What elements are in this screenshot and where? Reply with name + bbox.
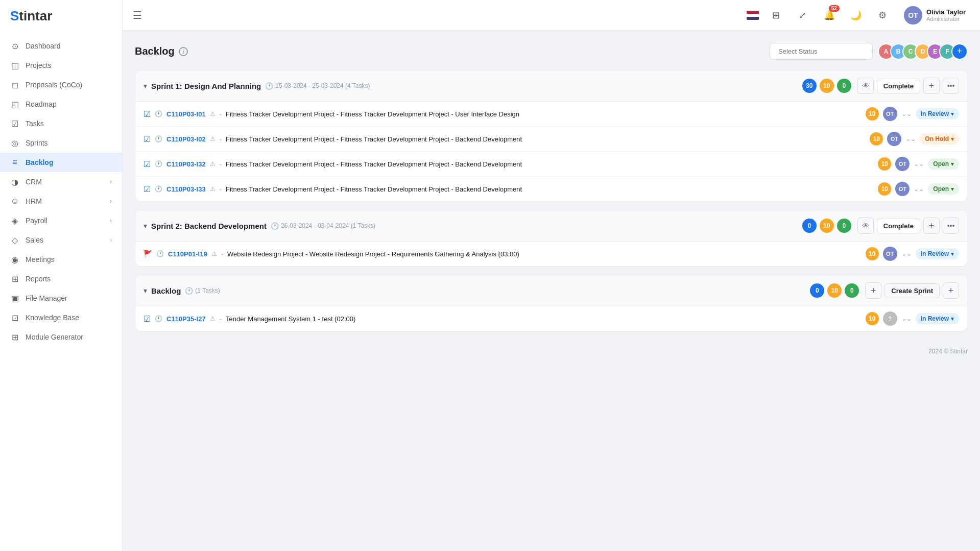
nav-label-tasks: Tasks [26, 119, 44, 128]
task-check-icon[interactable]: ☑ [144, 184, 151, 194]
sprint-eye-button-sprint1[interactable]: 👁 [857, 78, 874, 94]
sprint-complete-button-sprint1[interactable]: Complete [877, 79, 920, 93]
sidebar-item-tasks[interactable]: ☑ Tasks [0, 114, 122, 133]
topbar: ☰ ⊞ ⤢ 🔔 52 🌙 ⚙ OT Olivia Tayl [123, 0, 980, 31]
sidebar-item-roadmap[interactable]: ◱ Roadmap [0, 94, 122, 114]
task-status-badge[interactable]: In Review ▾ [916, 108, 959, 119]
sidebar-item-crm[interactable]: ◑ CRM › [0, 172, 122, 191]
task-chevron-icon[interactable]: ⌄⌄ [901, 315, 912, 322]
backlog-plus-button[interactable]: + [865, 282, 881, 299]
nav-icon-dashboard: ⊙ [10, 41, 19, 51]
apps-icon-button[interactable]: ⊞ [767, 6, 785, 25]
task-warning-icon: ⚠ [210, 160, 216, 167]
moon-icon: 🌙 [850, 10, 862, 21]
nav-label-sales: Sales [26, 236, 43, 244]
menu-toggle-icon[interactable]: ☰ [133, 9, 142, 21]
task-type-icon: 🕐 [155, 160, 162, 167]
task-id-link[interactable]: C110P03-I32 [166, 160, 206, 168]
task-separator: - [221, 250, 223, 258]
nav-label-projects: Projects [26, 61, 52, 69]
nav-icon-file-manager: ▣ [10, 294, 19, 303]
task-points: 10 [866, 107, 879, 121]
task-avatar[interactable]: OT [883, 247, 897, 261]
sidebar-item-sprints[interactable]: ◎ Sprints [0, 133, 122, 153]
sidebar-item-payroll[interactable]: ◈ Payroll › [0, 211, 122, 230]
sidebar-item-module-generator[interactable]: ⊞ Module Generator [0, 327, 122, 347]
task-avatar[interactable]: ? [883, 312, 897, 326]
task-points: 10 [866, 247, 879, 260]
task-right-area: 10 ? ⌄⌄ In Review ▾ [866, 312, 959, 326]
sidebar-item-projects[interactable]: ◫ Projects [0, 56, 122, 75]
nav-label-dashboard: Dashboard [26, 42, 61, 50]
nav-icon-sales: ◇ [10, 235, 19, 245]
task-points: 10 [870, 132, 883, 146]
task-avatar[interactable]: OT [883, 107, 897, 121]
task-id-link[interactable]: C110P03-I33 [166, 185, 206, 193]
task-type-icon: 🕐 [155, 315, 162, 322]
sprint-collapse-sprint2[interactable]: ▾ [144, 222, 147, 230]
sidebar-item-backlog[interactable]: ≡ Backlog [0, 153, 122, 172]
sidebar: Stintar ⊙ Dashboard ◫ Projects ◻ Proposa… [0, 0, 123, 551]
task-check-icon[interactable]: ☑ [144, 314, 151, 324]
fullscreen-icon-button[interactable]: ⤢ [794, 6, 812, 25]
task-chevron-icon[interactable]: ⌄⌄ [914, 160, 924, 167]
task-avatar[interactable]: OT [895, 182, 910, 196]
sprint-badges-sprint2: 0 10 0 [802, 219, 851, 233]
task-status-badge[interactable]: On Hold ▾ [920, 133, 959, 145]
sprint-eye-button-sprint2[interactable]: 👁 [857, 218, 874, 234]
sidebar-item-sales[interactable]: ◇ Sales › [0, 230, 122, 250]
task-id-link[interactable]: C110P03-I01 [166, 110, 206, 118]
task-id-link[interactable]: C110P35-I27 [166, 315, 206, 323]
sidebar-item-reports[interactable]: ⊞ Reports [0, 269, 122, 289]
task-chevron-icon[interactable]: ⌄⌄ [901, 250, 912, 257]
add-member-button[interactable]: + [951, 43, 968, 60]
sprint-more-button-sprint1[interactable]: ••• [943, 78, 959, 94]
sprint-collapse-sprint1[interactable]: ▾ [144, 82, 147, 90]
task-id-link[interactable]: C110P03-I02 [166, 135, 206, 143]
sprint-date-sprint1: 🕐 15-03-2024 - 25-03-2024 (4 Tasks) [265, 82, 370, 90]
task-check-icon[interactable]: ☑ [144, 109, 151, 119]
task-chevron-icon[interactable]: ⌄⌄ [914, 185, 924, 193]
task-avatar[interactable]: OT [895, 157, 910, 171]
sprints-container: ▾ Sprint 1: Design And Planning 🕐 15-03-… [135, 70, 968, 331]
theme-toggle-button[interactable]: 🌙 [847, 6, 865, 25]
notifications-icon-button[interactable]: 🔔 52 [820, 6, 839, 25]
nav-label-knowledge-base: Knowledge Base [26, 314, 79, 322]
backlog-add-button[interactable]: + [943, 282, 959, 299]
language-flag[interactable] [747, 11, 759, 20]
sprint-plus-button-sprint2[interactable]: + [923, 218, 940, 234]
task-check-icon[interactable]: ☑ [144, 159, 151, 169]
task-status-badge[interactable]: In Review ▾ [916, 313, 959, 324]
table-row: ☑ 🕐 C110P03-I33 ⚠ - Fitness Tracker Deve… [135, 177, 967, 201]
task-check-icon[interactable]: ☑ [144, 134, 151, 144]
sprint-more-button-sprint2[interactable]: ••• [943, 218, 959, 234]
status-dropdown-arrow: ▾ [951, 161, 954, 167]
create-sprint-button[interactable]: Create Sprint [885, 283, 940, 298]
task-status-badge[interactable]: Open ▾ [928, 183, 959, 195]
settings-icon-button[interactable]: ⚙ [873, 6, 892, 25]
sidebar-item-proposals[interactable]: ◻ Proposals (CoCo) [0, 75, 122, 94]
sidebar-item-knowledge-base[interactable]: ⊡ Knowledge Base [0, 308, 122, 327]
task-warning-icon: ⚠ [210, 135, 216, 142]
sidebar-item-file-manager[interactable]: ▣ File Manager [0, 289, 122, 308]
sidebar-item-dashboard[interactable]: ⊙ Dashboard [0, 36, 122, 56]
sidebar-item-meetings[interactable]: ◉ Meetings [0, 250, 122, 269]
task-status-badge[interactable]: Open ▾ [928, 158, 959, 170]
task-chevron-icon[interactable]: ⌄⌄ [901, 110, 912, 117]
sprint-plus-button-sprint1[interactable]: + [923, 78, 940, 94]
user-profile-button[interactable]: OT Olivia Taylor Administrator [900, 4, 970, 27]
task-id-link[interactable]: C110P01-I19 [168, 250, 207, 258]
user-role: Administrator [926, 16, 966, 22]
app-logo: Stintar [10, 8, 52, 24]
select-status-input[interactable] [770, 43, 873, 60]
nav-icon-sprints: ◎ [10, 138, 19, 148]
task-chevron-icon[interactable]: ⌄⌄ [905, 135, 916, 142]
task-avatar[interactable]: OT [887, 132, 901, 146]
badge-green-sprint2: 0 [837, 219, 851, 233]
task-status-badge[interactable]: In Review ▾ [916, 248, 959, 259]
info-icon[interactable]: i [179, 47, 188, 56]
nav-icon-backlog: ≡ [10, 158, 19, 167]
sprint-complete-button-sprint2[interactable]: Complete [877, 219, 920, 233]
sprint-collapse-backlog[interactable]: ▾ [144, 286, 147, 295]
sidebar-item-hrm[interactable]: ☺ HRM › [0, 191, 122, 211]
